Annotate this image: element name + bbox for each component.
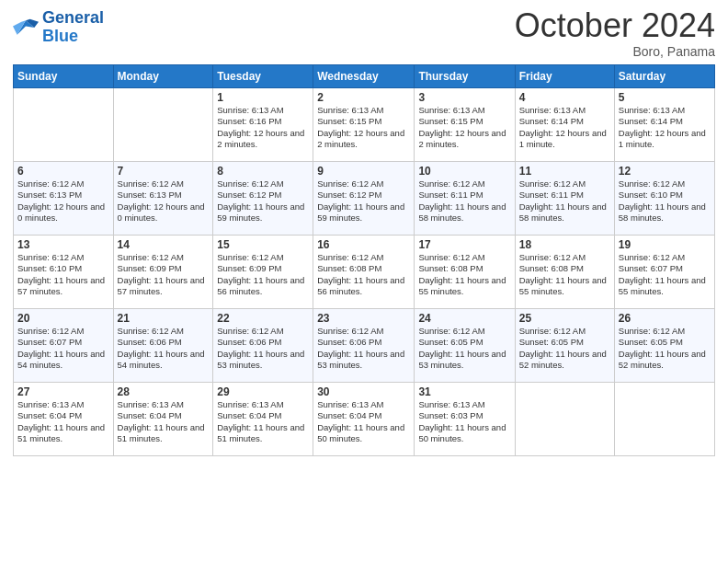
day-cell-27: 27 Sunrise: 6:13 AMSunset: 6:04 PMDaylig… <box>14 383 114 456</box>
day-cell-12: 12 Sunrise: 6:12 AMSunset: 6:10 PMDaylig… <box>614 162 714 236</box>
calendar-week-4: 20 Sunrise: 6:12 AMSunset: 6:07 PMDaylig… <box>14 309 715 383</box>
day-info: Sunrise: 6:12 AMSunset: 6:12 PMDaylight:… <box>317 178 404 223</box>
day-cell-18: 18 Sunrise: 6:12 AMSunset: 6:08 PMDaylig… <box>515 236 614 309</box>
location: Boro, Panama <box>515 44 715 59</box>
day-number: 3 <box>418 91 510 104</box>
page: General Blue October 2024 Boro, Panama S… <box>0 0 728 563</box>
day-info: Sunrise: 6:12 AMSunset: 6:05 PMDaylight:… <box>619 326 706 370</box>
day-cell-9: 9 Sunrise: 6:12 AMSunset: 6:12 PMDayligh… <box>313 162 415 236</box>
day-cell-2: 2 Sunrise: 6:13 AMSunset: 6:15 PMDayligh… <box>313 88 415 162</box>
day-number: 7 <box>118 165 210 178</box>
day-number: 9 <box>317 165 410 178</box>
day-cell-6: 6 Sunrise: 6:12 AMSunset: 6:13 PMDayligh… <box>14 162 114 236</box>
day-info: Sunrise: 6:13 AMSunset: 6:04 PMDaylight:… <box>317 399 404 443</box>
calendar-week-2: 6 Sunrise: 6:12 AMSunset: 6:13 PMDayligh… <box>14 162 715 236</box>
day-info: Sunrise: 6:12 AMSunset: 6:10 PMDaylight:… <box>17 252 105 296</box>
day-info: Sunrise: 6:12 AMSunset: 6:06 PMDaylight:… <box>217 326 304 370</box>
day-info: Sunrise: 6:12 AMSunset: 6:10 PMDaylight:… <box>619 178 706 223</box>
day-info: Sunrise: 6:13 AMSunset: 6:15 PMDaylight:… <box>317 105 404 149</box>
day-number: 22 <box>217 312 309 325</box>
day-info: Sunrise: 6:13 AMSunset: 6:04 PMDaylight:… <box>118 399 205 443</box>
day-number: 13 <box>17 238 109 251</box>
day-info: Sunrise: 6:12 AMSunset: 6:08 PMDaylight:… <box>519 252 607 296</box>
day-info: Sunrise: 6:12 AMSunset: 6:12 PMDaylight:… <box>217 178 304 223</box>
day-cell-29: 29 Sunrise: 6:13 AMSunset: 6:04 PMDaylig… <box>213 383 313 456</box>
day-cell-5: 5 Sunrise: 6:13 AMSunset: 6:14 PMDayligh… <box>614 88 714 162</box>
day-number: 21 <box>118 312 210 325</box>
day-cell-20: 20 Sunrise: 6:12 AMSunset: 6:07 PMDaylig… <box>14 309 114 383</box>
calendar-week-3: 13 Sunrise: 6:12 AMSunset: 6:10 PMDaylig… <box>14 236 715 309</box>
calendar-week-1: 1 Sunrise: 6:13 AMSunset: 6:16 PMDayligh… <box>14 88 715 162</box>
day-cell-3: 3 Sunrise: 6:13 AMSunset: 6:15 PMDayligh… <box>415 88 515 162</box>
day-info: Sunrise: 6:12 AMSunset: 6:06 PMDaylight:… <box>118 326 205 370</box>
day-number: 25 <box>519 312 610 325</box>
day-number: 1 <box>217 91 309 104</box>
day-info: Sunrise: 6:12 AMSunset: 6:06 PMDaylight:… <box>317 326 404 370</box>
calendar-header-row: SundayMondayTuesdayWednesdayThursdayFrid… <box>14 65 715 88</box>
day-info: Sunrise: 6:13 AMSunset: 6:14 PMDaylight:… <box>519 105 607 149</box>
day-number: 26 <box>619 312 711 325</box>
weekday-header-saturday: Saturday <box>614 65 714 88</box>
day-info: Sunrise: 6:12 AMSunset: 6:09 PMDaylight:… <box>217 252 304 296</box>
day-cell-13: 13 Sunrise: 6:12 AMSunset: 6:10 PMDaylig… <box>14 236 114 309</box>
day-number: 2 <box>317 91 410 104</box>
day-info: Sunrise: 6:13 AMSunset: 6:14 PMDaylight:… <box>619 105 706 149</box>
day-cell-23: 23 Sunrise: 6:12 AMSunset: 6:06 PMDaylig… <box>313 309 415 383</box>
day-info: Sunrise: 6:12 AMSunset: 6:08 PMDaylight:… <box>418 252 506 296</box>
day-number: 6 <box>17 165 109 178</box>
empty-cell <box>14 88 114 162</box>
weekday-header-wednesday: Wednesday <box>313 65 415 88</box>
day-cell-24: 24 Sunrise: 6:12 AMSunset: 6:05 PMDaylig… <box>415 309 515 383</box>
day-cell-31: 31 Sunrise: 6:13 AMSunset: 6:03 PMDaylig… <box>415 383 515 456</box>
day-number: 8 <box>217 165 309 178</box>
day-cell-22: 22 Sunrise: 6:12 AMSunset: 6:06 PMDaylig… <box>213 309 313 383</box>
day-number: 28 <box>118 385 210 398</box>
day-cell-10: 10 Sunrise: 6:12 AMSunset: 6:11 PMDaylig… <box>415 162 515 236</box>
weekday-header-monday: Monday <box>113 65 213 88</box>
logo-text: General Blue <box>42 9 104 46</box>
day-number: 31 <box>418 385 510 398</box>
day-info: Sunrise: 6:13 AMSunset: 6:04 PMDaylight:… <box>217 399 304 443</box>
day-number: 11 <box>519 165 610 178</box>
logo: General Blue <box>13 9 104 46</box>
day-cell-17: 17 Sunrise: 6:12 AMSunset: 6:08 PMDaylig… <box>415 236 515 309</box>
day-number: 4 <box>519 91 610 104</box>
title-block: October 2024 Boro, Panama <box>515 9 715 59</box>
day-info: Sunrise: 6:12 AMSunset: 6:11 PMDaylight:… <box>519 178 607 223</box>
day-info: Sunrise: 6:12 AMSunset: 6:11 PMDaylight:… <box>418 178 506 223</box>
day-number: 19 <box>619 238 711 251</box>
day-number: 20 <box>17 312 109 325</box>
day-number: 15 <box>217 238 309 251</box>
empty-cell <box>614 383 714 456</box>
day-cell-30: 30 Sunrise: 6:13 AMSunset: 6:04 PMDaylig… <box>313 383 415 456</box>
day-info: Sunrise: 6:13 AMSunset: 6:04 PMDaylight:… <box>17 399 105 443</box>
day-info: Sunrise: 6:12 AMSunset: 6:05 PMDaylight:… <box>418 326 506 370</box>
day-info: Sunrise: 6:13 AMSunset: 6:15 PMDaylight:… <box>418 105 506 149</box>
day-cell-8: 8 Sunrise: 6:12 AMSunset: 6:12 PMDayligh… <box>213 162 313 236</box>
empty-cell <box>113 88 213 162</box>
day-number: 14 <box>118 238 210 251</box>
day-cell-14: 14 Sunrise: 6:12 AMSunset: 6:09 PMDaylig… <box>113 236 213 309</box>
day-number: 27 <box>17 385 109 398</box>
day-cell-21: 21 Sunrise: 6:12 AMSunset: 6:06 PMDaylig… <box>113 309 213 383</box>
month-title: October 2024 <box>515 9 715 42</box>
day-cell-7: 7 Sunrise: 6:12 AMSunset: 6:13 PMDayligh… <box>113 162 213 236</box>
day-cell-19: 19 Sunrise: 6:12 AMSunset: 6:07 PMDaylig… <box>614 236 714 309</box>
day-info: Sunrise: 6:12 AMSunset: 6:08 PMDaylight:… <box>317 252 404 296</box>
day-number: 12 <box>619 165 711 178</box>
day-cell-1: 1 Sunrise: 6:13 AMSunset: 6:16 PMDayligh… <box>213 88 313 162</box>
day-info: Sunrise: 6:12 AMSunset: 6:13 PMDaylight:… <box>118 178 205 223</box>
day-info: Sunrise: 6:12 AMSunset: 6:09 PMDaylight:… <box>118 252 205 296</box>
weekday-header-tuesday: Tuesday <box>213 65 313 88</box>
logo-icon <box>13 15 39 40</box>
day-number: 16 <box>317 238 410 251</box>
day-info: Sunrise: 6:12 AMSunset: 6:07 PMDaylight:… <box>17 326 105 370</box>
day-cell-16: 16 Sunrise: 6:12 AMSunset: 6:08 PMDaylig… <box>313 236 415 309</box>
header: General Blue October 2024 Boro, Panama <box>13 9 715 59</box>
day-number: 10 <box>418 165 510 178</box>
day-number: 30 <box>317 385 410 398</box>
day-number: 5 <box>619 91 711 104</box>
day-cell-4: 4 Sunrise: 6:13 AMSunset: 6:14 PMDayligh… <box>515 88 614 162</box>
day-info: Sunrise: 6:13 AMSunset: 6:16 PMDaylight:… <box>217 105 304 149</box>
day-cell-26: 26 Sunrise: 6:12 AMSunset: 6:05 PMDaylig… <box>614 309 714 383</box>
